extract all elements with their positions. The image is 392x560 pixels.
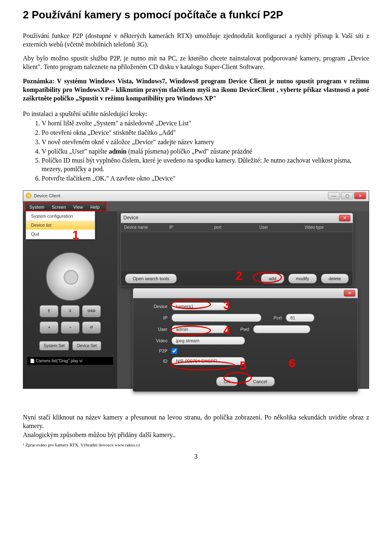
steps-intro: Po instalaci a spuštění učiňte následují… [23, 110, 369, 118]
callout-6: 6 [289, 355, 296, 371]
menu-screen[interactable]: Screen [48, 203, 70, 210]
menu-help[interactable]: Help [87, 203, 103, 210]
label-p2p: P2P [139, 348, 167, 354]
col-video: Video type [305, 225, 350, 230]
add-button[interactable]: add [261, 274, 284, 283]
modify-button[interactable]: modify [288, 274, 317, 283]
menu-view[interactable]: View [70, 203, 87, 210]
delete-button[interactable]: delete [321, 274, 349, 283]
callout-3: 3 [223, 297, 230, 313]
camera-list-header[interactable]: 📄 Camera list("Drag" play vi [27, 357, 113, 365]
label-pwd: Pwd [233, 326, 249, 332]
col-device-name: Device name [124, 225, 169, 230]
osd-button[interactable]: OSD [82, 305, 101, 317]
list-item: Po otevření okna „Device" stiskněte tlač… [42, 129, 369, 137]
device-form-dialog: ✕ Device IP Port [133, 288, 358, 392]
maximize-button[interactable]: ▢ [341, 192, 353, 199]
label-ip: IP [139, 315, 167, 321]
device-field[interactable] [172, 302, 229, 310]
callout-4: 4 [223, 322, 230, 338]
cancel-button[interactable]: Cancel [245, 377, 275, 386]
list-item: Potvrďte tlačítkem „OK." A zavřete okno … [42, 174, 369, 183]
ip-field[interactable] [172, 314, 261, 322]
label-device: Device [139, 303, 167, 309]
footer-paragraph-1: Nyní stačí kliknout na název kamery a př… [23, 413, 369, 431]
table-body[interactable] [121, 232, 353, 271]
label-port: Port [265, 315, 282, 321]
user-field[interactable] [172, 325, 229, 333]
ptz-arrow-up-icon[interactable]: ⇧ [40, 305, 58, 317]
reset-icon[interactable]: ↺ [82, 321, 101, 334]
dialog2-close-button[interactable]: ✕ [344, 290, 355, 297]
list-item: V horní liště zvolte „System" a následov… [42, 119, 369, 128]
callout-2: 2 [236, 268, 243, 283]
zoom-out-icon[interactable]: － [61, 321, 80, 334]
paragraph-2: Aby bylo možno spustit službu P2P, je nu… [23, 54, 369, 71]
page-heading: 2 Používání kamery s pomocí počítače a f… [23, 8, 369, 22]
page-number: 3 [23, 453, 369, 461]
col-port: port [214, 225, 259, 230]
tab-device-set[interactable]: Device Set [72, 341, 101, 350]
label-user: User [139, 326, 167, 332]
callout-5: 5 [240, 357, 247, 373]
ok-button[interactable]: OK [216, 377, 238, 386]
footer-paragraph-2: Analogickým způsobem můžou být přidány d… [23, 431, 369, 440]
tab-system-set[interactable]: System Set [39, 341, 69, 350]
menu-item-devicelist[interactable]: Device list [26, 221, 95, 230]
footnote: ¹ Zpracováno pro kamery RTX. Výhradní do… [23, 442, 369, 448]
menu-item-sysconfig[interactable]: System configuration [26, 212, 95, 221]
list-item: V nově otevřeném okně v záložce „Device"… [42, 138, 369, 147]
minimize-button[interactable]: — [328, 192, 340, 199]
close-button[interactable]: ✕ [354, 192, 366, 199]
table-header: Device name IP port User Video type [121, 223, 353, 232]
col-ip: IP [169, 225, 214, 230]
list-item: Políčko ID musí být vyplněno číslem, kte… [42, 156, 369, 174]
system-dropdown[interactable]: System configuration Device list Quit [26, 211, 95, 239]
menu-system[interactable]: System [26, 203, 48, 210]
app-icon [26, 193, 31, 199]
ptz-control[interactable] [46, 252, 95, 301]
p2p-checkbox[interactable] [172, 348, 177, 354]
label-id: ID [139, 358, 167, 364]
dialog-title: Device [123, 215, 138, 221]
window-title: Device Client [34, 193, 60, 199]
steps-list: V horní liště zvolte „System" a následov… [42, 119, 369, 183]
menu-bar[interactable]: System Screen View Help [25, 202, 107, 211]
pwd-field[interactable] [253, 325, 310, 333]
zoom-in-icon[interactable]: ＋ [40, 321, 58, 334]
open-search-tools-button[interactable]: Open search tools [125, 274, 177, 283]
paragraph-1: Používání funkce P2P (dostupné v některý… [23, 32, 369, 49]
video-select[interactable] [172, 337, 245, 345]
callout-1: 1 [72, 227, 79, 243]
menu-item-quit[interactable]: Quit [26, 230, 95, 239]
app-screenshot: Device Client — ▢ ✕ System Screen View H… [23, 190, 369, 389]
dialog-close-button[interactable]: ✕ [339, 215, 350, 221]
note-paragraph: Poznámka: V systému Windows Vista, Windo… [23, 77, 369, 103]
window-titlebar[interactable]: Device Client — ▢ ✕ [23, 191, 369, 201]
id-field[interactable] [172, 357, 245, 365]
col-user: User [259, 225, 304, 230]
ptz-arrow-down-icon[interactable]: ⇩ [61, 305, 80, 317]
list-item: V políčku „User" napište admin (malá pís… [42, 147, 369, 156]
label-video: Video [139, 338, 167, 344]
port-field[interactable] [286, 314, 314, 322]
